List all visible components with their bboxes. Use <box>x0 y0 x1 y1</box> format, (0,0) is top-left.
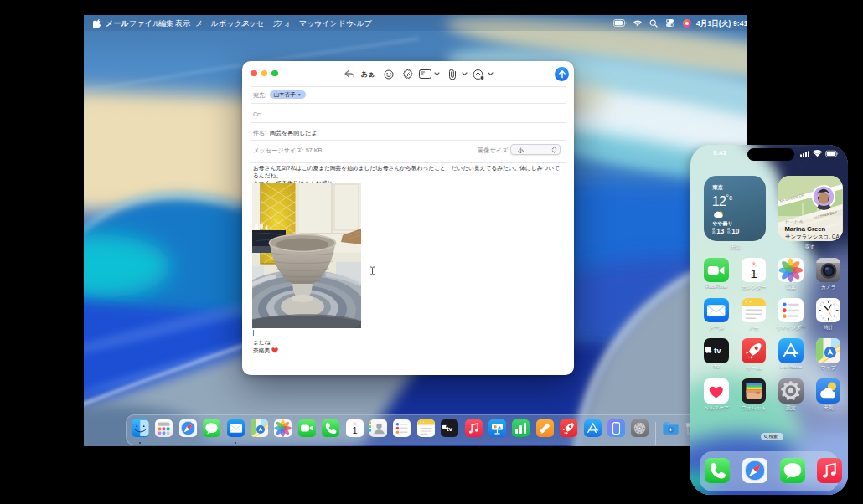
svg-text:tv: tv <box>714 346 721 355</box>
svg-text:1: 1 <box>352 425 357 435</box>
svg-text:1: 1 <box>750 266 757 280</box>
svg-text:tv: tv <box>447 424 453 432</box>
